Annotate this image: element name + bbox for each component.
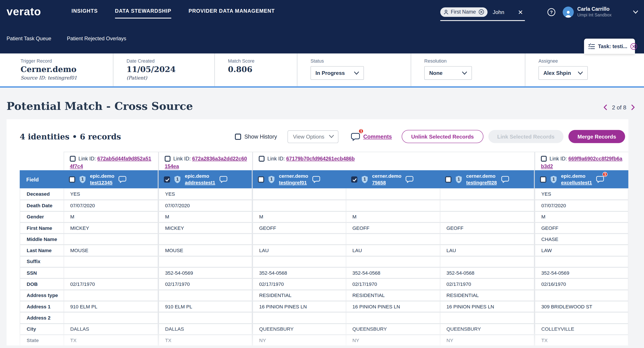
field-value-cell — [158, 257, 252, 267]
table-row: Address 1910 ELM PL910 ELM PL16 PINION P… — [20, 300, 628, 312]
chevron-down-icon[interactable] — [633, 10, 638, 14]
record-ref-link[interactable]: test12345 — [90, 179, 114, 186]
record-ref-link[interactable]: addresstest1 — [185, 179, 215, 186]
checklist-icon — [588, 43, 595, 49]
search-input[interactable]: John — [493, 9, 518, 15]
record-comment-icon[interactable] — [118, 175, 127, 184]
field-value-cell — [252, 312, 346, 323]
search-filter-chip[interactable]: First Name — [440, 7, 487, 17]
record-comment-icon[interactable] — [501, 175, 509, 184]
link-select-checkbox[interactable] — [164, 156, 170, 161]
nav-item[interactable]: PROVIDER DATA MANAGEMENT — [188, 8, 275, 18]
merge-records-button[interactable]: Merge Records — [568, 130, 625, 143]
table-row: StateTXTXNYNYNYTX — [20, 334, 628, 345]
field-value-cell: TX — [158, 335, 252, 345]
status-value: In Progress — [316, 70, 345, 76]
record-comment-icon[interactable] — [312, 175, 321, 184]
unlink-selected-button[interactable]: Unlink Selected Records — [402, 130, 483, 143]
pagination: 2 of 8 — [603, 104, 635, 110]
user-name: Carla Carrillo — [577, 6, 612, 12]
field-value-cell: TX — [64, 335, 158, 345]
task-tab[interactable]: Task: testi... — [584, 39, 635, 54]
record-comment-icon[interactable] — [406, 175, 414, 184]
field-value-cell: RESIDENTIAL — [346, 290, 440, 301]
chevron-down-icon — [329, 135, 334, 138]
record-source: cerner.demo — [466, 173, 497, 179]
task-summary-bar: Trigger Record Cerner.demo Source ID: te… — [0, 53, 644, 88]
record-ref-link[interactable]: testingref028 — [466, 179, 497, 186]
field-value-cell: MICKEY — [158, 223, 252, 233]
link-id-cells: Link ID: 672ab5d44fa9d852a514f7c4Link ID… — [64, 152, 628, 170]
records-table: Link ID: 672ab5d44fa9d852a514f7c4Link ID… — [20, 152, 628, 345]
nav-item[interactable]: INSIGHTS — [72, 8, 98, 18]
subnav-item[interactable]: Patient Rejected Overlays — [67, 36, 126, 41]
pagination-text: 2 of 8 — [612, 104, 626, 110]
show-history-toggle: Show History — [235, 133, 277, 140]
field-value-cell: LAU — [346, 245, 440, 256]
record-source: epic.demo — [561, 173, 592, 179]
field-value-cell — [346, 201, 440, 211]
record-select-checkbox[interactable] — [351, 176, 357, 182]
subnav-item[interactable]: Patient Task Queue — [6, 36, 51, 41]
table-row: DeceasedYESYESYES — [20, 189, 628, 200]
field-value-cell — [534, 290, 628, 301]
field-label: Address type — [20, 290, 64, 301]
status-select[interactable]: In Progress — [310, 66, 364, 80]
field-value-cell — [252, 257, 346, 267]
record-header-cell: 1epic.demoaddresstest1 — [158, 170, 252, 189]
task-close-icon[interactable] — [630, 43, 638, 50]
field-value-cell: 02/16/1970 — [534, 279, 628, 290]
field-value-cell — [252, 201, 346, 211]
view-options-select[interactable]: View Options — [288, 130, 338, 143]
record-ref-link[interactable]: testingref01 — [279, 179, 308, 186]
field-value-cell: YES — [64, 189, 158, 200]
link-id-link[interactable]: 67179b70cfd964261ecb486b — [286, 156, 354, 161]
link-selected-button[interactable]: Link Selected Records — [488, 130, 564, 143]
link-id-cell: Link ID: 669f9a6902cc8f29fb6ab3d2 — [534, 152, 628, 170]
chevron-right-icon[interactable] — [631, 104, 635, 110]
field-value-cell — [440, 312, 534, 323]
record-ref-link[interactable]: 75658 — [372, 179, 401, 186]
circle-x-icon[interactable] — [478, 9, 484, 15]
field-value-cell: M — [64, 212, 158, 222]
show-history-checkbox[interactable] — [235, 133, 241, 140]
field-label: Death Date — [20, 201, 64, 211]
field-value-cell: 02/17/1970 — [158, 279, 252, 290]
record-comment-icon[interactable]: 1 — [596, 175, 604, 184]
help-icon[interactable]: ? — [547, 8, 556, 16]
record-header-cell: 1cerner.demotestingref028 — [440, 170, 534, 189]
link-select-checkbox[interactable] — [541, 156, 546, 161]
field-value-cell: 02/17/1970 — [346, 279, 440, 290]
trigger-record-value: Cerner.demo — [20, 65, 113, 74]
search-clear-icon[interactable]: ✕ — [518, 9, 524, 15]
verato-logo: verato — [6, 5, 41, 18]
global-search[interactable]: First Name John ✕ — [440, 7, 525, 21]
record-select-checkbox[interactable] — [164, 176, 170, 182]
record-comment-icon[interactable] — [219, 175, 228, 184]
speech-bubble-icon — [219, 175, 228, 184]
record-select-checkbox[interactable] — [540, 176, 546, 182]
record-ref-link[interactable]: excellustest1 — [561, 179, 592, 186]
speech-bubble-icon — [312, 175, 321, 184]
link-select-checkbox[interactable] — [70, 156, 76, 161]
field-value-cell: M — [346, 212, 440, 222]
resolution-value: None — [429, 70, 442, 76]
record-select-checkbox[interactable] — [69, 176, 75, 182]
chevron-left-icon[interactable] — [603, 104, 607, 110]
app-window: verato INSIGHTSDATA STEWARDSHIPPROVIDER … — [0, 0, 644, 348]
field-value-cell: 16 PINION PINES LN — [252, 301, 346, 312]
field-value-cell: LAU — [440, 245, 534, 256]
field-value-cell: 910 ELM PL — [64, 301, 158, 312]
field-value-cell: YES — [534, 189, 628, 200]
resolution-select[interactable]: None — [424, 66, 472, 80]
link-select-checkbox[interactable] — [259, 156, 264, 161]
assignee-select[interactable]: Alex Shpin — [538, 66, 588, 80]
record-select-checkbox[interactable] — [445, 176, 452, 182]
comments-button[interactable]: 1 Comments — [351, 132, 392, 141]
nav-item[interactable]: DATA STEWARDSHIP — [115, 8, 172, 18]
record-select-checkbox[interactable] — [258, 176, 264, 182]
field-value-cell — [158, 290, 252, 301]
top-header: verato INSIGHTSDATA STEWARDSHIPPROVIDER … — [0, 0, 644, 53]
avatar[interactable] — [562, 6, 574, 18]
link-id-cell: Link ID: 672a2836a3a2dd22c60154ea — [158, 152, 252, 170]
